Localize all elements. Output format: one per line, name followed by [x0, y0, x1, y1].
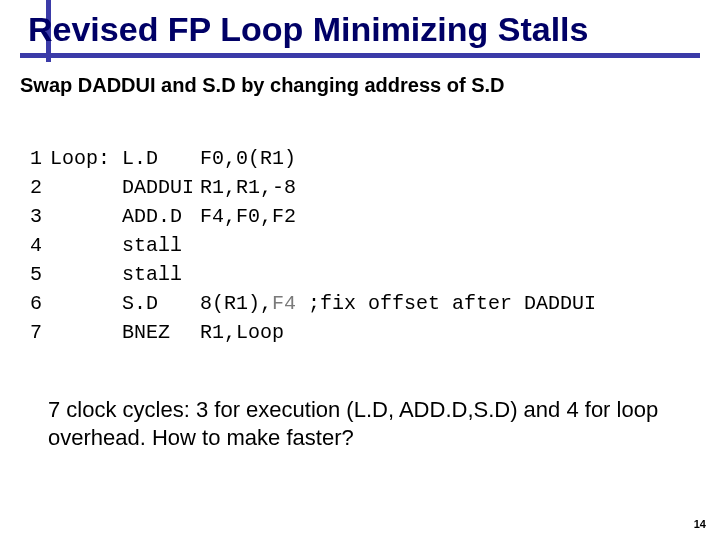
line-number: 1 [20, 144, 42, 173]
code-line: 3 ADD.DF4,F0,F2 [20, 205, 296, 228]
code-line: 1Loop: L.DF0,0(R1) [20, 147, 296, 170]
line-number: 3 [20, 202, 42, 231]
slide: Revised FP Loop Minimizing Stalls Swap D… [0, 0, 720, 540]
line-number: 2 [20, 173, 42, 202]
operands-pre: 8(R1), [200, 292, 272, 315]
mnemonic: stall [122, 260, 200, 289]
page-number: 14 [694, 518, 706, 530]
subtitle: Swap DADDUI and S.D by changing address … [20, 74, 700, 97]
operands: R1,Loop [200, 321, 284, 344]
code-line: 2 DADDUIR1,R1,-8 [20, 176, 296, 199]
code-label: Loop: [50, 147, 110, 170]
mnemonic: L.D [122, 144, 200, 173]
line-number: 6 [20, 289, 42, 318]
code-line: 6 S.D8(R1),F4 ;fix offset after DADDUI [20, 292, 596, 315]
line-number: 7 [20, 318, 42, 347]
operands: F0,0(R1) [200, 147, 296, 170]
line-number: 4 [20, 231, 42, 260]
mnemonic: stall [122, 231, 200, 260]
title-block: Revised FP Loop Minimizing Stalls [20, 10, 700, 49]
code-line: 4 stall [20, 234, 200, 257]
code-line: 7 BNEZR1,Loop [20, 321, 284, 344]
mnemonic: ADD.D [122, 202, 200, 231]
mnemonic: DADDUI [122, 173, 200, 202]
title-horizontal-rule [20, 53, 700, 58]
operands-post: ;fix offset after DADDUI [296, 292, 596, 315]
operands: R1,R1,-8 [200, 176, 296, 199]
operands: F4,F0,F2 [200, 205, 296, 228]
mnemonic: S.D [122, 289, 200, 318]
footer-note: 7 clock cycles: 3 for execution (L.D, AD… [48, 396, 690, 451]
code-line: 5 stall [20, 263, 200, 286]
page-title: Revised FP Loop Minimizing Stalls [28, 10, 700, 49]
code-block: 1Loop: L.DF0,0(R1) 2 DADDUIR1,R1,-8 3 AD… [20, 115, 700, 376]
mnemonic: BNEZ [122, 318, 200, 347]
operands-gray: F4 [272, 292, 296, 315]
line-number: 5 [20, 260, 42, 289]
